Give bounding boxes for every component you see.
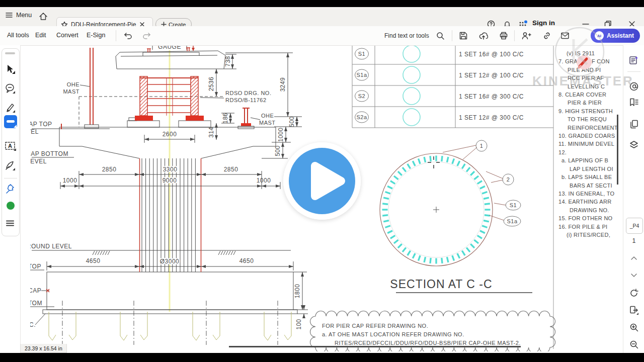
svg-text:LEVEL: LEVEL — [19, 128, 39, 135]
svg-text:2: 2 — [507, 176, 510, 183]
select-tool[interactable] — [5, 63, 16, 74]
section-cc: 1 2 S1 S1a SECTION AT C -C — [380, 140, 532, 293]
svg-text:1000: 1000 — [277, 128, 284, 142]
bottom-black-bar — [0, 353, 644, 362]
drag-handle[interactable] — [5, 52, 15, 54]
comments-panel-icon[interactable] — [629, 81, 639, 92]
title-bar: Menu DDU-Reinforcement-Pie... Create Sig… — [0, 7, 644, 27]
video-play-button[interactable] — [283, 142, 361, 220]
draw-tool[interactable] — [5, 102, 16, 113]
highlight-tool-selected[interactable] — [4, 115, 17, 128]
top-black-bar — [0, 0, 644, 7]
svg-text:CAP: CAP — [28, 287, 41, 294]
zoom-out-icon[interactable] — [629, 339, 639, 349]
right-panel: _P4 1 — [623, 45, 644, 353]
svg-text:2850: 2850 — [224, 166, 238, 173]
play-icon — [289, 148, 355, 214]
rebar-table: S1 1 SET 16# @ 100 C/C S1a 1 SET 12# @ 1… — [352, 44, 553, 128]
page-size-tooltip: 23.39 x 16.54 in — [20, 344, 67, 353]
highlight-bar-icon — [7, 120, 15, 123]
record-status-dot[interactable] — [7, 202, 15, 210]
svg-text:MAST: MAST — [259, 120, 276, 126]
svg-text:FOR PIER CAP REFER DRAWING: FOR PIER CAP REFER DRAWING NO. — [322, 323, 428, 329]
save-icon[interactable] — [459, 31, 468, 40]
search-icon[interactable] — [436, 31, 445, 40]
rotate-page-icon[interactable] — [629, 288, 639, 298]
svg-text:OHE: OHE — [261, 113, 274, 119]
edit-button[interactable]: Edit — [35, 32, 46, 39]
svg-text:S2a: S2a — [356, 114, 367, 120]
convert-button[interactable]: Convert — [56, 32, 78, 39]
layers-panel-icon[interactable] — [629, 140, 639, 150]
svg-text:1800: 1800 — [294, 284, 301, 299]
svg-text:100: 100 — [295, 319, 302, 330]
table-row: S2a 1 SET 12# @ 300 C/C — [355, 109, 524, 126]
ai-assistant-button[interactable]: AI Assistant — [591, 29, 640, 43]
svg-text:A: A — [8, 143, 12, 149]
pier-shaft-bars — [142, 158, 195, 272]
more-tools-icon[interactable] — [5, 218, 15, 228]
vertical-scrollbar[interactable] — [617, 115, 618, 185]
undo-icon[interactable] — [123, 31, 133, 40]
link-icon[interactable] — [542, 31, 551, 40]
svg-text:2536: 2536 — [208, 77, 215, 92]
pin-tool[interactable] — [5, 184, 15, 195]
svg-text:GROUND LEVEL: GROUND LEVEL — [22, 243, 72, 250]
svg-text:TOP: TOP — [28, 263, 41, 270]
sign-tool[interactable] — [5, 160, 16, 171]
svg-text:1 SET 16# @ 300 C/C: 1 SET 16# @ 300 C/C — [459, 93, 524, 100]
svg-text:1 SET 12# @ 300 C/C: 1 SET 12# @ 300 C/C — [459, 114, 524, 121]
svg-text:S1a: S1a — [507, 218, 517, 224]
table-row: S1 1 SET 16# @ 100 C/C — [355, 45, 524, 62]
share-upload-icon[interactable] — [479, 31, 488, 40]
page-indicator-box[interactable]: _P4 — [626, 218, 643, 234]
svg-text:1 SET 16# @ 100 C/C: 1 SET 16# @ 100 C/C — [459, 51, 524, 58]
text-box-tool[interactable]: A — [5, 140, 17, 151]
table-row: S2 1 SET 16# @ 300 C/C — [355, 87, 524, 105]
left-tools-panel: A — [0, 45, 21, 353]
ai-promo-icon — [577, 55, 592, 69]
hamburger-icon — [5, 11, 13, 19]
svg-text:4650: 4650 — [239, 257, 254, 264]
pages-panel-icon[interactable] — [629, 119, 639, 129]
page-summary-icon[interactable] — [629, 55, 639, 65]
zoom-in-icon[interactable] — [629, 322, 639, 332]
toolbar: All tools Edit Convert E-Sign Find text … — [0, 26, 644, 46]
svg-text:RDSO DRG. NO.: RDSO DRG. NO. — [225, 90, 271, 96]
drawing-texts: GAUGE OHE MAST OHE MAST RDSO DRG. NO. RD… — [19, 43, 302, 330]
home-icon[interactable] — [38, 12, 48, 22]
redo-icon[interactable] — [142, 31, 152, 40]
svg-text:1000: 1000 — [257, 177, 271, 184]
esign-button[interactable]: E-Sign — [87, 32, 106, 39]
toolbar-divider — [116, 30, 116, 41]
chevron-up-icon[interactable] — [630, 256, 637, 261]
horizontal-scrollbar[interactable] — [229, 346, 521, 347]
svg-text:1000: 1000 — [63, 177, 77, 184]
svg-text:500: 500 — [288, 116, 295, 127]
toolbar-divider — [514, 30, 515, 41]
menu-button[interactable]: Menu — [5, 11, 32, 19]
svg-text:S2: S2 — [358, 93, 365, 99]
find-text-label[interactable]: Find text or tools — [384, 32, 429, 39]
svg-text:TOM: TOM — [28, 300, 42, 307]
svg-text:186: 186 — [222, 113, 229, 124]
ai-assistant-icon: AI — [595, 31, 604, 40]
crosshair-cursor[interactable] — [428, 156, 440, 168]
svg-text:C.: C. — [29, 321, 36, 328]
svg-text:738: 738 — [224, 56, 231, 67]
svg-text:RDSO/B-11762: RDSO/B-11762 — [225, 97, 267, 103]
extract-page-icon[interactable] — [629, 305, 639, 315]
svg-text:MAST: MAST — [63, 88, 79, 95]
svg-text:2850: 2850 — [102, 166, 117, 173]
add-user-icon[interactable] — [521, 31, 531, 40]
comment-tool[interactable] — [5, 83, 16, 94]
svg-text:2600: 2600 — [163, 131, 177, 138]
email-share-icon[interactable] — [560, 31, 570, 40]
svg-text:LEVEL: LEVEL — [27, 158, 47, 165]
bookmarks-panel-icon[interactable] — [629, 98, 639, 108]
chevron-down-icon[interactable] — [630, 273, 637, 278]
print-icon[interactable] — [499, 31, 508, 40]
sign-in-button[interactable]: Sign in — [532, 19, 555, 27]
svg-text:CAP BOTTOM: CAP BOTTOM — [26, 150, 68, 157]
all-tools-button[interactable]: All tools — [7, 32, 29, 39]
